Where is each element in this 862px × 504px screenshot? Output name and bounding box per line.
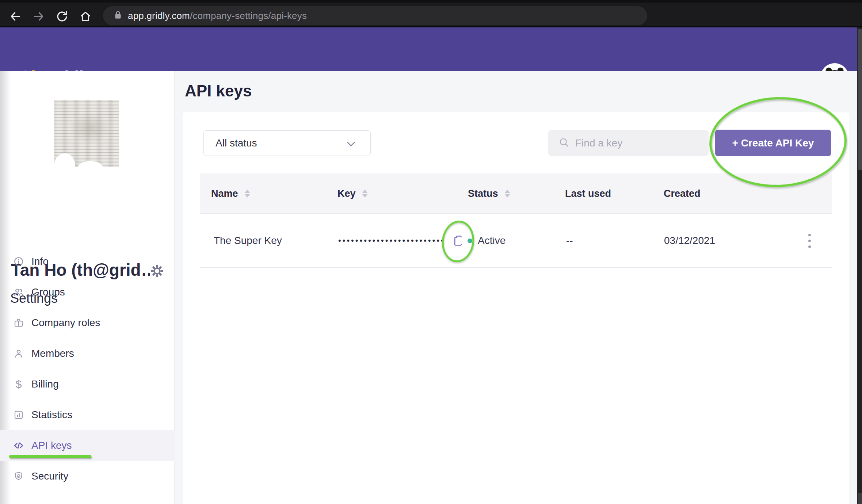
sidebar-item-label: Statistics (31, 409, 72, 421)
company-avatar-image (54, 100, 119, 167)
scrollbar-thumb[interactable] (858, 29, 862, 170)
column-label: Name (211, 188, 238, 199)
column-label: Key (337, 188, 356, 199)
address-bar[interactable]: app.gridly.com/company-settings/api-keys (103, 6, 647, 25)
sidebar-item-statistics[interactable]: Statistics (0, 400, 175, 430)
browser-chrome: app.gridly.com/company-settings/api-keys (0, 0, 862, 27)
groups-icon (13, 287, 24, 298)
sort-icon[interactable] (362, 190, 367, 198)
column-label: Created (664, 188, 701, 199)
sidebar-item-label: Billing (31, 378, 59, 390)
column-header-key: Key (337, 173, 367, 214)
info-icon (13, 256, 24, 267)
column-header-last-used: Last used (565, 173, 611, 214)
briefcase-icon (13, 317, 24, 328)
masked-key-cell: ••••••••••••••••••••••••• (338, 214, 445, 268)
screen: app.gridly.com/company-settings/api-keys… (0, 0, 862, 504)
sort-icon[interactable] (245, 190, 250, 198)
url-path: /company-settings/api-keys (190, 10, 307, 21)
sort-icon[interactable] (505, 190, 510, 198)
column-header-name: Name (211, 173, 250, 214)
statistics-icon (13, 409, 24, 420)
dollar-icon: $ (13, 379, 24, 390)
last-used-cell: -- (566, 214, 573, 268)
sidebar-item-label: Info (31, 256, 49, 267)
sidebar-item-info[interactable]: Info (0, 246, 175, 277)
annotation-underline (9, 455, 91, 458)
sidebar-item-billing[interactable]: $ Billing (0, 369, 175, 400)
api-keys-panel: All status + Create API Key Name Key (183, 112, 849, 504)
row-actions-kebab-icon[interactable] (801, 228, 817, 253)
code-icon (13, 440, 24, 451)
sidebar-item-members[interactable]: Members (0, 338, 175, 369)
created-cell: 03/12/2021 (664, 214, 715, 268)
column-label: Status (468, 188, 498, 199)
create-api-key-button[interactable]: + Create API Key (715, 130, 831, 156)
sidebar-item-label: Groups (31, 286, 65, 298)
table-header-row: Name Key Status Last used Created (200, 173, 832, 214)
sidebar-item-label: Members (31, 348, 74, 359)
status-filter-value: All status (216, 137, 257, 149)
copy-icon[interactable] (450, 230, 466, 252)
refresh-icon[interactable] (56, 10, 69, 23)
sidebar-item-label: Company roles (31, 317, 100, 329)
search-input[interactable] (575, 137, 707, 149)
lock-icon (114, 10, 122, 21)
settings-sidebar: Tan Ho (th@grid… Settings Info (0, 71, 175, 504)
url-text: app.gridly.com/company-settings/api-keys (128, 10, 307, 22)
main-content: API keys All status + Create API Key Nam… (175, 71, 857, 504)
status-filter-select[interactable]: All status (203, 130, 371, 156)
chevron-down-icon (346, 141, 356, 149)
column-header-status: Status (468, 173, 510, 214)
member-icon (13, 348, 24, 359)
sidebar-item-company-roles[interactable]: Company roles (0, 308, 175, 338)
page-scrollbar (857, 27, 862, 504)
status-cell: Active (478, 214, 506, 268)
active-status-dot (468, 238, 472, 243)
forward-icon[interactable] (32, 10, 45, 23)
key-name-cell: The Super Key (214, 214, 282, 268)
scrollbar-bottom-cap (858, 493, 862, 504)
sidebar-item-groups[interactable]: Groups (0, 277, 175, 308)
column-label: Last used (565, 188, 611, 199)
column-header-created: Created (664, 173, 701, 214)
sidebar-item-label: API keys (31, 440, 72, 451)
sidebar-item-label: Security (31, 470, 68, 482)
table-row: The Super Key ••••••••••••••••••••••••• … (200, 214, 832, 268)
page-title: API keys (185, 82, 252, 100)
app-header: Gridly Home Settings ? Feedback (0, 27, 862, 71)
search-field (548, 130, 709, 156)
home-icon[interactable] (79, 10, 92, 23)
shield-icon (13, 471, 24, 482)
sidebar-item-security[interactable]: Security (0, 461, 175, 492)
url-host: app.gridly.com (128, 10, 190, 21)
back-icon[interactable] (9, 10, 22, 23)
search-icon (548, 137, 569, 149)
